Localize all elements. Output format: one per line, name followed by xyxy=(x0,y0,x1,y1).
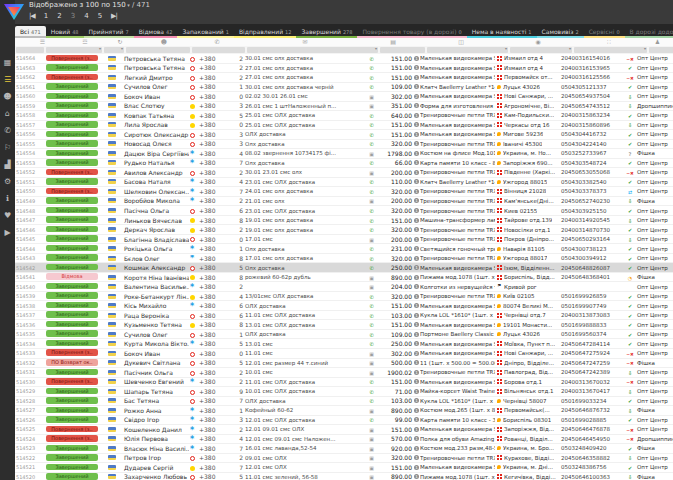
sidebar-item-calls[interactable]: ✆ xyxy=(0,122,15,139)
chat-bubble-icon[interactable]: ✉ xyxy=(246,38,364,46)
table-row[interactable]: 514529 Завершений Шапарь Тетяна +380 9 1… xyxy=(15,387,673,397)
location-icon[interactable]: ◉ xyxy=(500,38,576,46)
table-row[interactable]: 514559 Завершений Влас Слотюу +380 3 26.… xyxy=(15,102,673,112)
table-row[interactable]: 514538 Завершений Кісь Михайло +380 6 ОЛ… xyxy=(15,301,673,311)
table-row[interactable]: 514530 Повернення (з.. Шевченко Евгений … xyxy=(15,378,673,388)
sidebar-item-dashboard[interactable]: ▦ xyxy=(0,54,15,71)
table-row[interactable]: 514540 Завершений Валентина Василье... +… xyxy=(15,282,673,292)
status-tab[interactable]: Самовивіз2 xyxy=(537,26,584,38)
per-page-caret-icon[interactable]: ▾ xyxy=(126,2,130,8)
table-row[interactable]: 514534 Завершений Курта Микола Вікто... … xyxy=(15,339,673,349)
status-tab[interactable]: Новий48 xyxy=(46,26,84,38)
filter-total[interactable] xyxy=(380,47,425,53)
status-tab[interactable]: Повернення товару (в дорозі)0 xyxy=(357,26,466,38)
status-tab[interactable]: Відмова42 xyxy=(134,26,178,38)
status-tab[interactable]: Сервісні0 xyxy=(584,26,625,38)
page-button[interactable]: 1 xyxy=(44,12,48,20)
payment-icon[interactable]: ▤ xyxy=(364,38,422,46)
last-page-button[interactable]: ▶| xyxy=(111,12,117,20)
sidebar-item-statistics[interactable]: ▟ xyxy=(0,156,15,173)
table-row[interactable]: 514522 Завершений Петров Ігор +380 2 09.… xyxy=(15,454,673,464)
table-row[interactable]: 514555 Завершений Новосад Олеся +380 3 О… xyxy=(15,140,673,150)
page-button[interactable]: 3 xyxy=(71,12,75,20)
table-row[interactable]: 514544 Завершений Рокіцька Ольга +380 1 … xyxy=(15,244,673,254)
table-row[interactable]: 514557 Завершений Лила Ярослав +380 0 25… xyxy=(15,121,673,131)
sidebar-item-support[interactable]: ♥ xyxy=(0,207,15,224)
sidebar-item-settings[interactable]: ⚙ xyxy=(0,173,15,190)
sidebar-item-clients[interactable]: ☻ xyxy=(0,88,15,105)
table-row[interactable]: 514547 Завершений Линьков Вячеслав +380 … xyxy=(15,216,673,226)
filter-flag[interactable] xyxy=(104,47,124,53)
page-button[interactable]: 4 xyxy=(84,12,88,20)
refresh-icon[interactable]: ↻ xyxy=(100,38,140,46)
sidebar-item-campaigns[interactable]: ⚐ xyxy=(0,139,15,156)
table-row[interactable]: 514554 Завершений Дацюк Віра Сергіївна +… xyxy=(15,149,673,159)
table-row[interactable]: 514545 Завершений Благінна Владіслава +3… xyxy=(15,235,673,245)
status-tab[interactable]: Завершений278 xyxy=(296,26,357,38)
courier-icon[interactable]: ♟ xyxy=(642,38,673,46)
first-page-button[interactable]: |◀ xyxy=(29,12,35,20)
table-row[interactable]: 514532 ПО Возврат ок.. Дукевич Світлана … xyxy=(15,359,673,369)
status-tab[interactable]: Прийнятий7 xyxy=(84,26,134,38)
tags-icon[interactable]: ☲ xyxy=(70,38,100,46)
status-tab[interactable]: Запакований1 xyxy=(177,26,234,38)
table-row[interactable]: 514543 Завершений Бєлов Олег +380 8 17.0… xyxy=(15,254,673,264)
table-row[interactable]: 514535 Завершений Сучилов Олег +380 1 ОЛ… xyxy=(15,330,673,340)
filter-id[interactable] xyxy=(16,47,44,53)
table-row[interactable]: 514548 Завершений Пасічна Ольга +380 6 2… xyxy=(15,206,673,216)
records-range[interactable]: Відображено з 100 по 150 ▾ / 471 xyxy=(29,1,150,9)
app-logo[interactable] xyxy=(2,2,26,22)
contacts-icon[interactable]: ☻ xyxy=(140,38,188,46)
sidebar-item-tutorials[interactable]: ▶ xyxy=(0,224,15,241)
status-tab[interactable]: Відправлений12 xyxy=(234,26,297,38)
phone-icon[interactable]: ✆ xyxy=(188,38,246,46)
page-button[interactable]: 5 xyxy=(98,12,102,20)
table-row[interactable]: 514528 Завершений Бас Тетяна +380 7 ОЛХ … xyxy=(15,397,673,407)
filter-name[interactable] xyxy=(126,47,190,53)
table-row[interactable]: 514563 Завершений Петровська Тетяна +380… xyxy=(15,64,673,74)
table-row[interactable]: 514520 Завершений Захарченко Любовь +380… xyxy=(15,473,673,480)
table-row[interactable]: 514558 Завершений Ковпак Татьяна +380 5 … xyxy=(15,111,673,121)
table-row[interactable]: 514546 Завершений Деркач Ярослав +380 2 … xyxy=(15,225,673,235)
sidebar-item-info[interactable]: ℹ xyxy=(0,190,15,207)
table-row[interactable]: 514550 Повернення (з.. Шелковин Олексан.… xyxy=(15,187,673,197)
table-row[interactable]: 514561 Завершений Сучилов Олег +380 1 30… xyxy=(15,83,673,93)
tracking-icon[interactable]: ∷ xyxy=(576,38,642,46)
table-row[interactable]: 514552 Повернення (з.. Авилов Александр … xyxy=(15,168,673,178)
table-row[interactable]: 514524 Повернення (з.. Юлія Первова +380… xyxy=(15,435,673,445)
table-row[interactable]: 514549 Завершений Воробйов Микола +380 2… xyxy=(15,197,673,207)
status-tab[interactable]: Нема в наявності1 xyxy=(467,26,537,38)
filter-ttn[interactable] xyxy=(574,47,647,53)
table-row[interactable]: 514533 Повернення (з.. Бокоч Иван +380 0… xyxy=(15,349,673,359)
status-tab[interactable]: В дорозі додому0 xyxy=(625,26,673,38)
sidebar-item-products[interactable]: ⌂ xyxy=(0,105,15,122)
filter-source[interactable] xyxy=(649,47,673,53)
table-row[interactable]: 514525 Повернення (з.. Кошеленко Данил +… xyxy=(15,425,673,435)
table-row[interactable]: 514531 Завершений Пасічник Ольга +380 2 … xyxy=(15,368,673,378)
filter-comment[interactable] xyxy=(247,47,378,53)
table-row[interactable]: 514541 Відмова Коротя Ніна Іванівна +380… xyxy=(15,273,673,283)
filter-phone[interactable] xyxy=(192,47,245,53)
table-row[interactable]: 514556 Завершений Сиротюк Олександр +380… xyxy=(15,130,673,140)
table-row[interactable]: 514527 Завершений Рожко Анна +380 1 Кофе… xyxy=(15,406,673,416)
status-tab[interactable]: Всі471 xyxy=(15,26,46,38)
page-button[interactable]: 2 xyxy=(57,12,61,20)
filter-city[interactable] xyxy=(510,47,572,53)
table-row[interactable]: 514553 Завершений Рудько Наталья +380 7 … xyxy=(15,159,673,169)
table-row[interactable]: 514537 Завершений Раца Вероніка +380 6 1… xyxy=(15,311,673,321)
status-list-icon[interactable]: ☰ xyxy=(15,38,70,46)
table-row[interactable]: 514562 Повернення (з.. Легкий Дмитро +38… xyxy=(15,73,673,83)
table-row[interactable]: 514523 Завершений Власюк Ніна Василі... … xyxy=(15,444,673,454)
filter-status[interactable] xyxy=(46,47,102,53)
table-row[interactable]: 514560 Завершений Бокоч Иван +380 0 02.0… xyxy=(15,92,673,102)
table-row[interactable]: 514536 Завершений Кузьменко Тетяна +380 … xyxy=(15,320,673,330)
products-icon[interactable]: ◫ xyxy=(422,38,500,46)
table-row[interactable]: 514551 Завершений Басова Наталя +380 4 2… xyxy=(15,178,673,188)
table-row[interactable]: 514526 Завершений Свідро Ігор +380 3 12.… xyxy=(15,416,673,426)
table-row[interactable]: 514542 Завершений Кошмак Александр +380 … xyxy=(15,263,673,273)
sidebar-item-orders[interactable]: ☰ xyxy=(0,71,15,88)
table-row[interactable]: 514539 Завершений Роке-Бетанкурт Лін... … xyxy=(15,292,673,302)
table-row[interactable]: 514521 Завершений Дударев Сергій +380 7 … xyxy=(15,463,673,473)
table-row[interactable]: 514564 Повернення (з.. Петровська Тетяна… xyxy=(15,54,673,64)
filter-product[interactable] xyxy=(427,47,508,53)
